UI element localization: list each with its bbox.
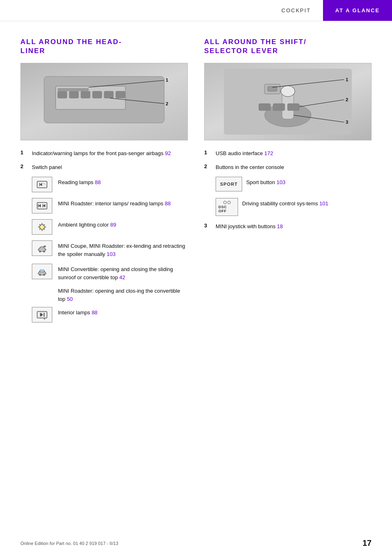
item-2-text: Switch panel (32, 163, 188, 171)
right-item-3-text: MINI joystick with buttons 18 (216, 222, 372, 231)
cockpit-text: COCKPIT (281, 7, 311, 13)
spoiler-icon (32, 240, 52, 256)
svg-point-48 (281, 86, 295, 97)
extra-text-page[interactable]: 50 (67, 296, 73, 302)
svg-line-28 (44, 229, 45, 230)
svg-line-30 (40, 229, 40, 230)
svg-text:2: 2 (345, 97, 348, 102)
spoiler-label: MINI Coupe, MINI Roadster: ex-tending an… (58, 243, 185, 257)
switch-item-reading-lamp: Reading lamps 88 (32, 177, 188, 192)
glance-text: AT A GLANCE (335, 7, 380, 13)
roadster-lamp-icon (32, 198, 52, 214)
dsc-icon-row (223, 201, 231, 204)
sunroof-label: MINI Convertible: opening and closing th… (58, 266, 173, 280)
sport-button-icon: SPORT (216, 177, 242, 191)
right-item-2-number: 2 (204, 163, 211, 169)
right-item-1-text: USB audio interface 172 (216, 149, 372, 158)
svg-rect-6 (104, 91, 114, 98)
sunroof-page[interactable]: 42 (119, 274, 125, 280)
interior-lamp-icon (32, 307, 52, 322)
right-item-1-page[interactable]: 172 (264, 150, 273, 156)
sport-text-label: Sport button (246, 179, 275, 185)
reading-lamp-page[interactable]: 88 (95, 179, 100, 185)
right-item-3-number: 3 (204, 222, 211, 229)
dsc-circle-2 (227, 201, 231, 204)
svg-line-27 (40, 225, 40, 225)
switch-item-interior-lamp: Interior lamps 88 (32, 307, 188, 322)
ambient-text: Ambient lighting color 89 (58, 219, 116, 229)
svg-text:1: 1 (166, 78, 169, 82)
dsc-button-row: DSC OFF Driving stability control sys-te… (204, 198, 372, 218)
ambient-page[interactable]: 89 (110, 222, 116, 228)
svg-point-22 (40, 225, 45, 229)
spoiler-page[interactable]: 103 (107, 251, 116, 257)
dsc-page[interactable]: 101 (319, 200, 328, 207)
cockpit-label: COCKPIT (269, 0, 323, 21)
switch-item-sunroof: MINI Convertible: opening and closing th… (32, 264, 188, 281)
spoiler-text: MINI Coupe, MINI Roadster: ex-tending an… (58, 240, 188, 258)
sport-button-row: SPORT Sport button 103 (204, 177, 372, 194)
sport-page[interactable]: 103 (276, 179, 285, 185)
svg-rect-8 (58, 88, 89, 91)
headliner-svg: 1 2 (21, 63, 187, 140)
svg-text:3: 3 (345, 120, 348, 125)
right-item-2-text: Buttons in the center console (216, 163, 372, 171)
svg-rect-5 (93, 91, 102, 98)
roadster-lamp-page[interactable]: 88 (165, 200, 171, 207)
interior-lamp-page[interactable]: 88 (91, 309, 97, 316)
page-header: COCKPIT AT A GLANCE (0, 0, 392, 21)
right-section-title: ALL AROUND THE SHIFT/ SELECTOR LEVER (204, 38, 372, 56)
ambient-label: Ambient lighting color (58, 222, 109, 228)
right-item-2-label: Buttons in the center console (216, 164, 284, 170)
reading-lamp-icon (32, 177, 52, 192)
svg-rect-51 (287, 104, 299, 111)
interior-lamp-label: Interior lamps (58, 309, 90, 316)
left-column: ALL AROUND THE HEAD- LINER 1 (20, 38, 188, 328)
item-1-headliner: 1 Indicator/warning lamps for the front … (20, 149, 188, 158)
item-2-label: Switch panel (32, 164, 62, 170)
reading-lamp-label: Reading lamps (58, 179, 94, 185)
shifter-svg: 1 2 3 (205, 63, 371, 140)
ambient-icon (32, 219, 52, 235)
dsc-button-icon: DSC OFF (216, 198, 238, 216)
right-item-3-page[interactable]: 18 (277, 223, 283, 229)
roadster-lamp-text: MINI Roadster: interior lamps/ reading l… (58, 198, 171, 208)
item-2-number: 2 (20, 163, 27, 169)
right-item-1-number: 1 (204, 149, 211, 156)
dsc-button-text: Driving stability control sys-tems 101 (242, 198, 328, 208)
shifter-image: 1 2 3 (204, 63, 372, 140)
svg-rect-50 (273, 104, 285, 111)
item-1-page[interactable]: 92 (165, 150, 171, 156)
svg-point-38 (43, 274, 45, 276)
left-section-title: ALL AROUND THE HEAD- LINER (20, 38, 188, 56)
svg-rect-3 (69, 91, 79, 98)
svg-rect-36 (40, 270, 44, 272)
footer-text: Online Edition for Part no. 01 40 2 919 … (20, 541, 118, 546)
svg-rect-49 (259, 104, 270, 111)
left-title-line1: ALL AROUND THE HEAD- (20, 38, 122, 46)
right-item-3: 3 MINI joystick with buttons 18 (204, 222, 372, 231)
svg-rect-2 (58, 91, 67, 98)
svg-rect-32 (44, 246, 46, 247)
item-1-text: Indicator/warning lamps for the front pa… (32, 149, 188, 158)
item-1-number: 1 (20, 149, 27, 156)
right-item-3-label: MINI joystick with buttons (216, 223, 276, 229)
footer-page-number: 17 (359, 538, 372, 548)
headliner-image: 1 2 (20, 63, 188, 140)
switch-item-spoiler: MINI Coupe, MINI Roadster: ex-tending an… (32, 240, 188, 258)
switch-item-ambient: Ambient lighting color 89 (32, 219, 188, 235)
page-footer: Online Edition for Part no. 01 40 2 919 … (0, 538, 392, 548)
left-title-line2: LINER (20, 47, 45, 55)
sport-button-text: Sport button 103 (246, 177, 285, 187)
right-item-1: 1 USB audio interface 172 (204, 149, 372, 158)
svg-rect-4 (81, 91, 90, 98)
right-column: ALL AROUND THE SHIFT/ SELECTOR LEVER (204, 38, 372, 328)
interior-lamp-text: Interior lamps 88 (58, 307, 98, 317)
right-title-line1: ALL AROUND THE SHIFT/ (204, 38, 307, 46)
right-item-1-label: USB audio interface (216, 150, 263, 156)
svg-point-33 (39, 251, 41, 252)
extra-text-roadster: MINI Roadster: opening and clos-ing the … (32, 287, 188, 303)
roadster-lamp-label: MINI Roadster: interior lamps/ reading l… (58, 200, 163, 207)
dsc-label: DSC OFF (218, 205, 235, 213)
extra-text-label: MINI Roadster: opening and clos-ing the … (58, 288, 180, 302)
